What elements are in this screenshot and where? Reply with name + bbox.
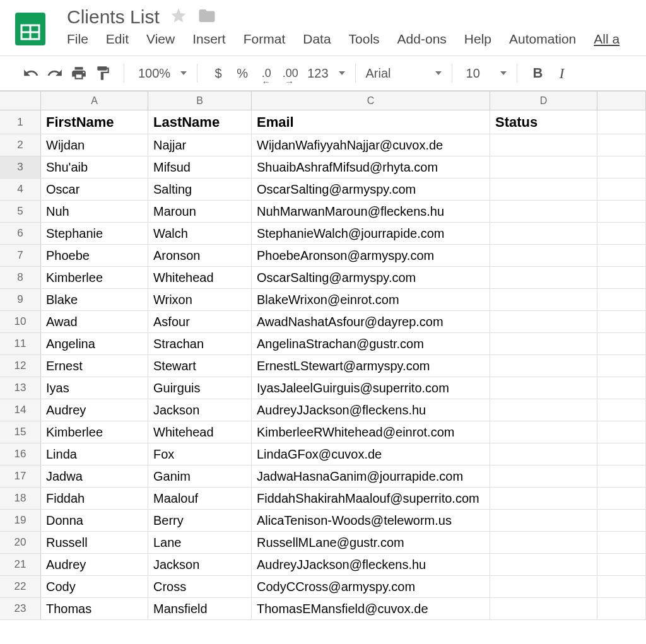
row-header[interactable]: 10 (0, 311, 41, 332)
cell-lastname[interactable]: Asfour (148, 311, 252, 332)
row-header[interactable]: 23 (0, 598, 41, 619)
row-header[interactable]: 3 (0, 156, 41, 178)
row-header[interactable]: 13 (0, 377, 41, 399)
cell-status[interactable] (490, 245, 597, 266)
row-header[interactable]: 8 (0, 267, 41, 288)
row-header[interactable]: 2 (0, 134, 41, 156)
cell-blank[interactable] (597, 267, 646, 288)
cell-blank[interactable] (597, 201, 646, 222)
cell-email[interactable]: IyasJaleelGuirguis@superrito.com (252, 377, 490, 399)
cell-firstname[interactable]: Kimberlee (41, 267, 148, 288)
cell-blank[interactable] (597, 554, 646, 575)
cell-email[interactable]: AlicaTenison-Woods@teleworm.us (252, 510, 490, 531)
cell-email[interactable]: StephanieWalch@jourrapide.com (252, 223, 490, 244)
menu-file[interactable]: File (67, 32, 88, 47)
cell-lastname[interactable]: Berry (148, 510, 252, 531)
row-header[interactable]: 22 (0, 576, 41, 597)
cell-firstname[interactable]: Thomas (41, 598, 148, 619)
cell-firstname[interactable]: Audrey (41, 399, 148, 421)
cell-firstname[interactable]: Awad (41, 311, 148, 332)
cell-lastname[interactable]: Lane (148, 532, 252, 553)
cell-firstname[interactable]: Iyas (41, 377, 148, 399)
row-header[interactable]: 14 (0, 399, 41, 421)
sheets-logo-icon[interactable] (13, 11, 48, 47)
cell-lastname[interactable]: Wrixon (148, 289, 252, 310)
percent-button[interactable]: % (232, 62, 253, 84)
cell-blank[interactable] (597, 179, 646, 200)
cell-firstname[interactable]: FirstName (41, 110, 148, 134)
cell-email[interactable]: AngelinaStrachan@gustr.com (252, 333, 490, 354)
cell-blank[interactable] (597, 223, 646, 244)
column-header-b[interactable]: B (148, 91, 252, 110)
cell-firstname[interactable]: Nuh (41, 201, 148, 222)
cell-email[interactable]: ShuaibAshrafMifsud@rhyta.com (252, 156, 490, 178)
row-header[interactable]: 21 (0, 554, 41, 575)
cell-firstname[interactable]: Audrey (41, 554, 148, 575)
cell-status[interactable] (490, 156, 597, 178)
folder-icon[interactable] (197, 6, 216, 28)
cell-status[interactable] (490, 134, 597, 156)
menu-data[interactable]: Data (303, 32, 331, 47)
cell-lastname[interactable]: Salting (148, 179, 252, 200)
cell-lastname[interactable]: Stewart (148, 355, 252, 377)
row-header[interactable]: 12 (0, 355, 41, 377)
cell-firstname[interactable]: Blake (41, 289, 148, 310)
cell-firstname[interactable]: Stephanie (41, 223, 148, 244)
cell-email[interactable]: RussellMLane@gustr.com (252, 532, 490, 553)
cell-blank[interactable] (597, 488, 646, 509)
cell-email[interactable]: NuhMarwanMaroun@fleckens.hu (252, 201, 490, 222)
menu-edit[interactable]: Edit (106, 32, 129, 47)
cell-lastname[interactable]: Mansfield (148, 598, 252, 619)
cell-blank[interactable] (597, 333, 646, 354)
row-header[interactable]: 17 (0, 465, 41, 487)
cell-blank[interactable] (597, 421, 646, 443)
cell-firstname[interactable]: Jadwa (41, 465, 148, 487)
cell-email[interactable]: OscarSalting@armyspy.com (252, 179, 490, 200)
print-button[interactable] (68, 62, 90, 84)
cell-lastname[interactable]: Maalouf (148, 488, 252, 509)
row-header[interactable]: 18 (0, 488, 41, 509)
zoom-select[interactable]: 100% (134, 62, 187, 84)
cell-lastname[interactable]: Aronson (148, 245, 252, 266)
cell-firstname[interactable]: Fiddah (41, 488, 148, 509)
cell-lastname[interactable]: Jackson (148, 399, 252, 421)
cell-email[interactable]: AudreyJJackson@fleckens.hu (252, 554, 490, 575)
select-all-corner[interactable] (0, 91, 41, 110)
cell-email[interactable]: OscarSalting@armyspy.com (252, 267, 490, 288)
cell-firstname[interactable]: Shu'aib (41, 156, 148, 178)
cell-status[interactable] (490, 289, 597, 310)
row-header[interactable]: 11 (0, 333, 41, 354)
cell-lastname[interactable]: Whitehead (148, 267, 252, 288)
cell-blank[interactable] (597, 355, 646, 377)
cell-email[interactable]: JadwaHasnaGanim@jourrapide.com (252, 465, 490, 487)
cell-blank[interactable] (597, 399, 646, 421)
cell-email[interactable]: KimberleeRWhitehead@einrot.com (252, 421, 490, 443)
cell-lastname[interactable]: Najjar (148, 134, 252, 156)
cell-lastname[interactable]: Cross (148, 576, 252, 597)
undo-button[interactable] (20, 62, 42, 84)
cell-lastname[interactable]: Ganim (148, 465, 252, 487)
cell-firstname[interactable]: Cody (41, 576, 148, 597)
cell-status[interactable] (490, 488, 597, 509)
redo-button[interactable] (44, 62, 66, 84)
menu-addons[interactable]: Add-ons (397, 32, 447, 47)
cell-firstname[interactable]: Oscar (41, 179, 148, 200)
currency-button[interactable]: $ (208, 62, 229, 84)
cell-blank[interactable] (597, 532, 646, 553)
cell-blank[interactable] (597, 377, 646, 399)
cell-blank[interactable] (597, 576, 646, 597)
cell-lastname[interactable]: Mifsud (148, 156, 252, 178)
cell-email[interactable]: ThomasEMansfield@cuvox.de (252, 598, 490, 619)
cell-firstname[interactable]: Phoebe (41, 245, 148, 266)
cell-blank[interactable] (597, 598, 646, 619)
star-icon[interactable] (170, 7, 187, 27)
row-header[interactable]: 7 (0, 245, 41, 266)
cell-blank[interactable] (597, 245, 646, 266)
cell-firstname[interactable]: Russell (41, 532, 148, 553)
cell-email[interactable]: LindaGFox@cuvox.de (252, 443, 490, 465)
menu-format[interactable]: Format (244, 32, 286, 47)
bold-button[interactable]: B (527, 62, 549, 84)
cell-status[interactable] (490, 465, 597, 487)
cell-firstname[interactable]: Linda (41, 443, 148, 465)
cell-blank[interactable] (597, 510, 646, 531)
